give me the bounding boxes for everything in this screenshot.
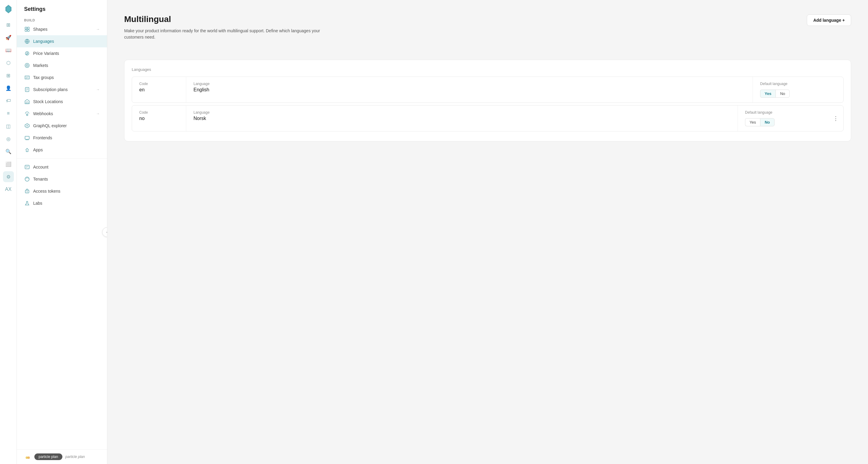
- table-row: Code en Language English Default languag…: [132, 76, 844, 103]
- rail-search-icon[interactable]: 🔍: [3, 146, 14, 157]
- sidebar-item-stock-locations[interactable]: Stock Locations: [17, 96, 107, 107]
- svg-point-8: [25, 63, 29, 67]
- sidebar-item-account[interactable]: Account: [17, 161, 107, 173]
- rail-layers-icon[interactable]: ◫: [3, 121, 14, 131]
- lang-code-value-en: en: [139, 87, 179, 93]
- sidebar-item-labs[interactable]: Labs: [17, 197, 107, 209]
- rail-grid-icon[interactable]: ⊞: [3, 70, 14, 81]
- stock-locations-icon: [24, 99, 30, 104]
- more-options-button-no[interactable]: ⋮: [828, 105, 843, 131]
- subscription-plans-arrow: →: [96, 87, 100, 92]
- language-column-label: Language: [193, 82, 745, 86]
- rail-dashboard-icon[interactable]: ⊞: [3, 19, 14, 30]
- subscription-plans-icon: [24, 87, 30, 93]
- page-header: Multilingual Make your product informati…: [124, 14, 851, 50]
- svg-marker-13: [25, 124, 29, 128]
- rail-box-icon[interactable]: ⬜: [3, 159, 14, 169]
- sidebar-item-subscription-plans[interactable]: Subscription plans →: [17, 84, 107, 96]
- sidebar-item-frontends-label: Frontends: [33, 135, 100, 140]
- rail-lang-icon[interactable]: AX: [3, 184, 14, 195]
- svg-rect-4: [25, 30, 27, 31]
- sidebar-collapse-button[interactable]: ‹: [102, 227, 107, 237]
- no-button-en[interactable]: No: [775, 90, 789, 98]
- yes-no-group-no: Yes No: [745, 118, 821, 126]
- account-icon: [24, 164, 30, 170]
- svg-point-12: [27, 114, 28, 116]
- rail-rocket-icon[interactable]: 🚀: [3, 32, 14, 43]
- lang-name-value-no: Norsk: [193, 116, 730, 121]
- sidebar-item-frontends[interactable]: Frontends: [17, 132, 107, 144]
- svg-rect-3: [27, 27, 29, 29]
- sidebar-bottom: particle plan particle plan: [17, 449, 107, 464]
- rail-nodes-icon[interactable]: ⬡: [3, 57, 14, 68]
- sidebar-item-graphql-explorer[interactable]: GraphQL explorer: [17, 120, 107, 132]
- sidebar-item-graphql-label: GraphQL explorer: [33, 123, 100, 128]
- svg-rect-11: [26, 102, 28, 104]
- main-content: Multilingual Make your product informati…: [107, 0, 868, 464]
- svg-point-21: [27, 457, 30, 459]
- svg-rect-15: [25, 136, 29, 139]
- default-language-column-label-no: Default language: [745, 110, 821, 115]
- sidebar-item-apps-label: Apps: [33, 148, 100, 152]
- sidebar-item-markets[interactable]: Markets: [17, 59, 107, 71]
- plan-icon: [24, 453, 31, 460]
- language-column-label-no: Language: [193, 110, 730, 115]
- shapes-icon: [24, 26, 30, 32]
- sidebar-item-access-tokens[interactable]: Access tokens: [17, 185, 107, 197]
- no-button-no[interactable]: No: [760, 118, 774, 126]
- sidebar-item-subscription-plans-label: Subscription plans: [33, 87, 93, 92]
- lang-name-value-en: English: [193, 87, 745, 93]
- yes-button-no[interactable]: Yes: [745, 118, 760, 126]
- rail-tag-icon[interactable]: 🏷: [3, 95, 14, 106]
- tax-groups-icon: [24, 74, 30, 81]
- sidebar-item-tax-groups[interactable]: Tax groups: [17, 71, 107, 84]
- app-logo[interactable]: [3, 4, 14, 14]
- sidebar-item-languages[interactable]: Languages: [17, 35, 107, 47]
- header-text: Multilingual Make your product informati…: [124, 14, 807, 50]
- languages-card: Languages Code en Language English Defau…: [124, 60, 851, 142]
- lang-name-cell-no: Language Norsk: [186, 105, 738, 131]
- sidebar: Settings Build Shapes → Languages: [17, 0, 107, 464]
- svg-point-19: [27, 191, 28, 192]
- sidebar-item-shapes[interactable]: Shapes →: [17, 23, 107, 35]
- lang-name-cell-en: Language English: [186, 77, 753, 102]
- svg-rect-5: [27, 30, 29, 31]
- webhooks-icon: [24, 111, 30, 117]
- frontends-icon: [24, 135, 30, 141]
- sidebar-divider: [17, 158, 107, 159]
- price-variants-icon: [24, 50, 30, 56]
- sidebar-item-tenants[interactable]: Tenants: [17, 173, 107, 185]
- lang-default-cell-no: Default language Yes No: [738, 105, 828, 131]
- sidebar-item-webhooks[interactable]: Webhooks →: [17, 107, 107, 120]
- page-description: Make your product information ready for …: [124, 28, 335, 40]
- sidebar-item-webhooks-label: Webhooks: [33, 111, 93, 116]
- sidebar-title: Settings: [17, 0, 107, 15]
- code-column-label: Code: [139, 82, 179, 86]
- access-tokens-icon: [24, 188, 30, 194]
- sidebar-item-tax-groups-label: Tax groups: [33, 75, 100, 80]
- rail-circle-icon[interactable]: ◎: [3, 133, 14, 144]
- tenants-icon: [24, 176, 30, 182]
- svg-point-14: [27, 125, 28, 126]
- add-language-button[interactable]: Add language +: [807, 14, 851, 26]
- icon-rail: ⊞ 🚀 📖 ⬡ ⊞ 👤 🏷 ≡ ◫ ◎ 🔍 ⬜ ⚙ AX: [0, 0, 17, 464]
- sidebar-item-stock-locations-label: Stock Locations: [33, 99, 100, 104]
- sidebar-item-account-label: Account: [33, 165, 100, 169]
- rail-list-icon[interactable]: ≡: [3, 108, 14, 119]
- languages-icon: [24, 38, 30, 44]
- code-column-label-no: Code: [139, 110, 179, 115]
- lang-code-cell-no: Code no: [132, 105, 186, 131]
- svg-point-9: [26, 64, 28, 66]
- sidebar-item-price-variants[interactable]: Price Variants: [17, 47, 107, 59]
- lang-code-value-no: no: [139, 116, 179, 121]
- rail-book-icon[interactable]: 📖: [3, 44, 14, 56]
- plan-badge: particle plan: [34, 454, 62, 460]
- sidebar-item-shapes-label: Shapes: [33, 27, 93, 32]
- sidebar-item-access-tokens-label: Access tokens: [33, 189, 100, 193]
- rail-person-icon[interactable]: 👤: [3, 83, 14, 93]
- sidebar-item-apps[interactable]: Apps: [17, 144, 107, 156]
- yes-button-en[interactable]: Yes: [760, 90, 775, 98]
- graphql-explorer-icon: [24, 123, 30, 129]
- sidebar-build-label: Build: [17, 15, 107, 23]
- rail-settings-icon[interactable]: ⚙: [3, 171, 14, 182]
